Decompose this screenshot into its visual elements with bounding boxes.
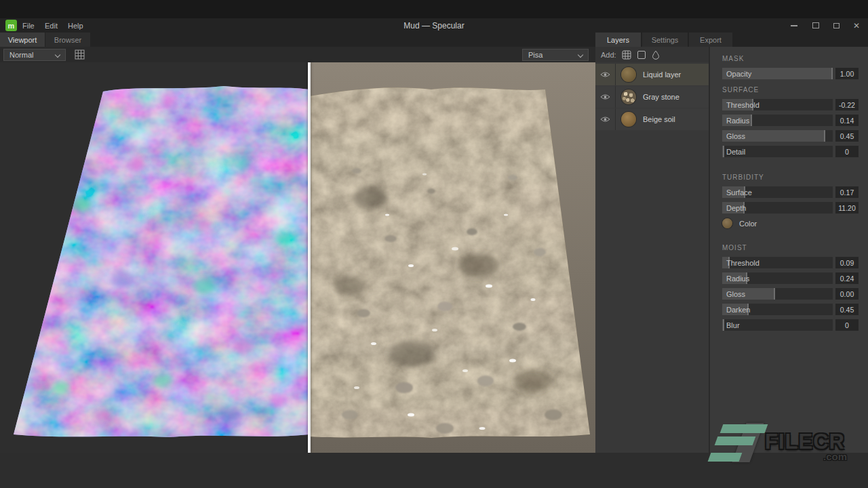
maximize-icon <box>812 22 819 28</box>
section-header-turbidity: TURBIDITY <box>722 174 857 181</box>
layer-thumbnail <box>621 112 636 127</box>
color-swatch[interactable] <box>722 218 732 228</box>
watermark-f-bar <box>715 436 756 445</box>
slider-threshold[interactable]: Threshold -0.22 <box>722 99 859 110</box>
environment-dropdown[interactable]: Pisa <box>522 49 589 61</box>
slider-moist-radius[interactable]: Radius 0.24 <box>722 272 859 284</box>
menu-help[interactable]: Help <box>62 18 89 33</box>
normal-map-pane <box>0 62 309 453</box>
slider-value[interactable]: 0.14 <box>835 115 859 126</box>
slider-blur[interactable]: Blur 0 <box>722 319 859 331</box>
slider-label: Gloss <box>726 290 745 298</box>
add-fill-layer-button[interactable] <box>622 50 631 60</box>
tab-layers[interactable]: Layers <box>595 33 641 47</box>
tab-settings[interactable]: Settings <box>642 33 688 47</box>
slider-track[interactable]: Gloss <box>722 130 833 142</box>
window-title: Mud — Specular <box>0 18 868 33</box>
viewport-tabbar: Viewport Browser <box>0 33 595 47</box>
compare-slider-divider[interactable] <box>308 62 311 453</box>
fill-layer-grid-icon <box>622 50 631 60</box>
restore-icon <box>833 23 840 28</box>
slider-label: Radius <box>726 117 749 125</box>
slider-value[interactable]: 0.00 <box>835 288 859 300</box>
slider-value[interactable]: 0.45 <box>835 304 859 315</box>
section-header-mask: MASK <box>722 55 857 62</box>
menu-edit[interactable]: Edit <box>39 18 63 33</box>
slider-track[interactable]: Blur <box>722 319 833 331</box>
slider-value[interactable]: 0.09 <box>835 257 859 268</box>
tab-browser[interactable]: Browser <box>45 33 90 47</box>
chevron-down-icon <box>55 52 60 58</box>
watermark-f-bar <box>720 424 768 433</box>
maximize-button[interactable] <box>807 18 825 33</box>
slider-track[interactable]: Threshold <box>722 257 833 268</box>
minimize-button[interactable] <box>785 18 803 33</box>
visibility-toggle[interactable] <box>595 86 616 108</box>
slider-radius[interactable]: Radius 0.14 <box>722 115 859 126</box>
slider-value[interactable]: 0 <box>835 146 859 157</box>
layer-name: Beige soil <box>643 115 675 123</box>
slider-value[interactable]: 0.45 <box>835 130 859 142</box>
turbidity-color-row: Color <box>722 218 859 229</box>
menu-file[interactable]: File <box>17 18 40 33</box>
slider-label: Radius <box>726 274 749 283</box>
visibility-toggle[interactable] <box>595 108 616 130</box>
layer-name: Gray stone <box>643 93 679 101</box>
slider-track[interactable]: Gloss <box>722 288 833 300</box>
section-header-moist: MOIST <box>722 244 857 251</box>
filecr-watermark: FILECR .com <box>707 419 864 470</box>
slider-value[interactable]: 1.00 <box>835 68 859 79</box>
add-solid-layer-button[interactable] <box>637 50 646 60</box>
slider-darken[interactable]: Darken 0.45 <box>722 304 859 315</box>
slider-track[interactable]: Threshold <box>722 99 833 110</box>
slider-opacity[interactable]: Opacity 1.00 <box>722 68 859 79</box>
slider-value[interactable]: 0 <box>835 319 859 331</box>
restore-button[interactable] <box>827 18 845 33</box>
chevron-down-icon <box>578 52 583 58</box>
slider-moist-gloss[interactable]: Gloss 0.00 <box>722 288 859 300</box>
screen-top-strip <box>0 0 868 18</box>
slider-track[interactable]: Darken <box>722 304 833 315</box>
slider-track[interactable]: Detail <box>722 146 833 157</box>
viewport-3d[interactable] <box>0 62 595 453</box>
slider-gloss[interactable]: Gloss 0.45 <box>722 130 859 142</box>
slider-label: Blur <box>726 321 740 329</box>
app-logo-icon[interactable]: m <box>5 20 17 31</box>
layer-thumbnail <box>621 67 636 82</box>
slider-track[interactable]: Radius <box>722 115 833 126</box>
slider-value[interactable]: 11.20 <box>835 202 859 214</box>
liquid-droplet-icon <box>652 50 660 60</box>
slider-detail[interactable]: Detail 0 <box>722 146 859 157</box>
layer-row-liquid-layer[interactable]: Liquid layer <box>595 64 709 85</box>
visibility-toggle[interactable] <box>595 64 616 85</box>
slider-moist-threshold[interactable]: Threshold 0.09 <box>722 257 859 268</box>
slider-label: Depth <box>726 204 746 212</box>
tab-viewport[interactable]: Viewport <box>0 33 45 47</box>
eye-icon <box>600 71 610 78</box>
slider-value[interactable]: 0.24 <box>835 272 859 284</box>
view-mode-dropdown[interactable]: Normal <box>3 49 66 61</box>
slider-track[interactable]: Opacity <box>722 68 833 79</box>
slider-value[interactable]: -0.22 <box>835 99 859 110</box>
grid-toggle-button[interactable] <box>75 49 85 62</box>
slider-label: Surface <box>726 188 752 197</box>
slider-value[interactable]: 0.17 <box>835 186 859 198</box>
close-button[interactable]: ✕ <box>848 18 865 33</box>
layer-thumbnail <box>621 89 636 104</box>
layer-row-gray-stone[interactable]: Gray stone <box>595 86 709 108</box>
add-liquid-layer-button[interactable] <box>652 50 660 60</box>
slider-surface[interactable]: Surface 0.17 <box>722 186 859 198</box>
slider-depth[interactable]: Depth 11.20 <box>722 202 859 214</box>
grid-icon <box>75 49 85 60</box>
render-pane <box>309 62 595 453</box>
tab-export[interactable]: Export <box>689 33 732 47</box>
slider-track[interactable]: Surface <box>722 186 833 198</box>
close-icon: ✕ <box>853 22 860 30</box>
layer-row-beige-soil[interactable]: Beige soil <box>595 108 709 130</box>
slider-track[interactable]: Radius <box>722 272 833 284</box>
layers-panel: Add: Liquid la <box>595 47 709 453</box>
color-label: Color <box>739 220 757 228</box>
section-header-surface: SURFACE <box>722 86 857 94</box>
slider-track[interactable]: Depth <box>722 202 833 214</box>
watermark-domain: .com <box>823 451 847 462</box>
